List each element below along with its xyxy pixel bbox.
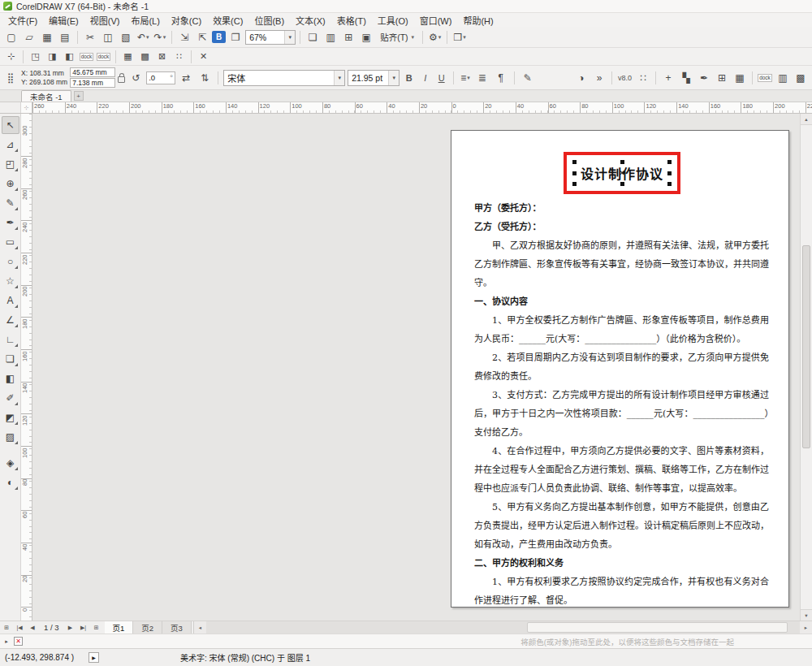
- scroll-up-button[interactable]: ▴: [801, 114, 812, 125]
- grid-dots-icon[interactable]: ∷: [635, 70, 651, 86]
- pattern-icon[interactable]: ∷: [171, 50, 187, 64]
- scroll-left-button[interactable]: ◂: [194, 621, 206, 634]
- quick-customize-button[interactable]: +: [74, 91, 84, 101]
- underline-button[interactable]: U: [434, 70, 448, 86]
- page-tab-2[interactable]: 页2: [133, 621, 162, 634]
- ruler-origin-corner[interactable]: ⊹: [21, 102, 32, 113]
- zoom-level-select[interactable]: 67%▾: [245, 30, 296, 45]
- object-height-field[interactable]: 7.138 mm: [70, 78, 115, 88]
- menu-item-8[interactable]: 表格(T): [331, 13, 372, 27]
- transparency-tool[interactable]: ◧: [2, 370, 19, 387]
- freehand-tool[interactable]: ✎: [2, 194, 19, 212]
- last-page-button[interactable]: ▶|: [77, 622, 90, 634]
- selection-handle[interactable]: [572, 160, 577, 164]
- duplicate-icon[interactable]: ◨: [45, 50, 60, 64]
- keyboard-icon[interactable]: ▩: [793, 70, 809, 86]
- crop-tool[interactable]: ◰: [2, 155, 19, 173]
- menu-item-3[interactable]: 布局(L): [125, 13, 165, 27]
- ellipse-tool[interactable]: ○: [2, 253, 19, 270]
- font-family-select[interactable]: 宋体 ▾: [223, 70, 345, 86]
- dock-panel-button[interactable]: dock: [757, 70, 773, 86]
- previous-page-button[interactable]: ◀: [26, 622, 39, 634]
- document-tab[interactable]: 未命名 -1: [21, 90, 71, 102]
- menu-item-5[interactable]: 效果(C): [207, 13, 248, 27]
- pen-settings-icon[interactable]: ✒: [696, 70, 712, 86]
- new-document-icon[interactable]: ▢: [3, 29, 19, 45]
- vertical-scroll-thumb[interactable]: [802, 245, 810, 448]
- app-launcher-icon[interactable]: B: [212, 31, 226, 43]
- selection-handle[interactable]: [620, 160, 624, 164]
- export-icon[interactable]: ⇱: [194, 29, 210, 45]
- undo-icon[interactable]: ↶▾: [136, 29, 151, 45]
- outline-pen-tool[interactable]: ◈: [2, 454, 19, 472]
- grid-icon[interactable]: ▩: [137, 50, 153, 64]
- zoom-tool[interactable]: ⊕: [2, 175, 19, 192]
- horizontal-scroll-track[interactable]: [206, 621, 800, 634]
- application-window-icon[interactable]: ❒▾: [451, 29, 467, 45]
- horizontal-scroll-thumb[interactable]: [527, 622, 788, 633]
- selection-handle[interactable]: [572, 182, 577, 186]
- selection-handle[interactable]: [667, 182, 672, 186]
- pick-tool[interactable]: ↖: [2, 116, 19, 134]
- stamp-icon[interactable]: ▚: [678, 70, 694, 86]
- menu-item-6[interactable]: 位图(B): [248, 13, 290, 27]
- menu-item-2[interactable]: 视图(V): [84, 13, 126, 27]
- canvas[interactable]: 设计制作协议 ✕ 甲方（委托方）：乙方（受托方）：甲、乙双方根据友好协商的原则，…: [32, 114, 800, 621]
- menu-item-11[interactable]: 帮助(H): [457, 13, 499, 27]
- mirror-horizontal-button[interactable]: ⇄: [178, 70, 194, 86]
- options-icon[interactable]: ⚙▾: [427, 29, 443, 45]
- new-from-template-icon[interactable]: ⊹: [3, 50, 19, 64]
- add-page-button-end[interactable]: ⊞: [90, 622, 103, 634]
- menu-item-4[interactable]: 对象(C): [166, 13, 207, 27]
- redo-icon[interactable]: ↷▾: [153, 29, 168, 45]
- add-node-icon[interactable]: +: [660, 70, 676, 86]
- table-icon[interactable]: ▦: [120, 50, 136, 64]
- open-icon[interactable]: ▱: [21, 29, 37, 45]
- color-eyedropper-tool[interactable]: ✐: [2, 389, 19, 407]
- show-grid-icon[interactable]: ⊞: [340, 29, 356, 45]
- undock-window-button[interactable]: dock: [96, 50, 111, 64]
- selection-center-mark[interactable]: ✕: [619, 169, 625, 177]
- chevron-down-icon[interactable]: ▾: [388, 71, 399, 85]
- selection-handle[interactable]: [667, 160, 672, 164]
- artistic-media-tool[interactable]: ✒: [2, 214, 19, 231]
- rectangle-tool[interactable]: ▭: [2, 233, 19, 251]
- object-position-grid-icon[interactable]: ⣿: [2, 70, 19, 86]
- add-page-button[interactable]: ⊞: [0, 622, 13, 634]
- cut-icon[interactable]: ✂: [82, 29, 98, 45]
- more-options-chevron-icon[interactable]: »: [591, 70, 607, 86]
- scroll-down-button[interactable]: ▾: [801, 609, 812, 621]
- vertical-ruler[interactable]: 3002802602402202001801601401201008060402…: [21, 114, 32, 621]
- italic-button[interactable]: I: [418, 70, 432, 86]
- text-tool[interactable]: A: [2, 292, 19, 309]
- palette-flyout-icon[interactable]: ▸: [2, 638, 11, 645]
- full-screen-preview-icon[interactable]: ❏: [304, 29, 321, 45]
- no-color-swatch-icon[interactable]: ✕: [14, 637, 23, 646]
- drawing-page[interactable]: 设计制作协议 ✕ 甲方（委托方）：乙方（受托方）：甲、乙双方根据友好协商的原则，…: [451, 130, 789, 608]
- fill-tool[interactable]: ◐: [2, 474, 19, 491]
- selection-handle[interactable]: [667, 171, 672, 175]
- drop-shadow-tool[interactable]: ❏: [2, 350, 19, 368]
- object-width-field[interactable]: 45.675 mm: [70, 67, 115, 77]
- welcome-screen-icon[interactable]: ❐: [227, 29, 244, 45]
- bold-button[interactable]: B: [402, 70, 416, 86]
- show-rulers-icon[interactable]: ▥: [322, 29, 339, 45]
- first-page-button[interactable]: |◀: [13, 622, 26, 634]
- edit-text-button[interactable]: ✎: [520, 70, 536, 86]
- vertical-scrollbar[interactable]: ▴ ▾: [800, 114, 812, 621]
- show-guidelines-icon[interactable]: ▣: [358, 29, 374, 45]
- dimension-tool[interactable]: ∠: [2, 311, 19, 329]
- bullet-list-button[interactable]: ≣: [474, 70, 490, 86]
- chevron-down-icon[interactable]: ▾: [284, 31, 295, 44]
- menu-item-10[interactable]: 窗口(W): [414, 13, 458, 27]
- object-position-readout[interactable]: X: 108.31 mm Y: 269.108 mm: [21, 69, 67, 86]
- print-icon[interactable]: ▤: [57, 29, 73, 45]
- copy-icon[interactable]: ◫: [100, 29, 116, 45]
- save-icon[interactable]: ▦: [39, 29, 55, 45]
- close-docker-icon[interactable]: ✕: [196, 50, 211, 64]
- transform-docker-icon[interactable]: ◧: [62, 50, 77, 64]
- dock-window-button[interactable]: dock: [79, 50, 94, 64]
- menu-item-0[interactable]: 文件(F): [2, 13, 43, 27]
- selection-handle[interactable]: [620, 182, 624, 186]
- paste-icon[interactable]: ▧: [118, 29, 134, 45]
